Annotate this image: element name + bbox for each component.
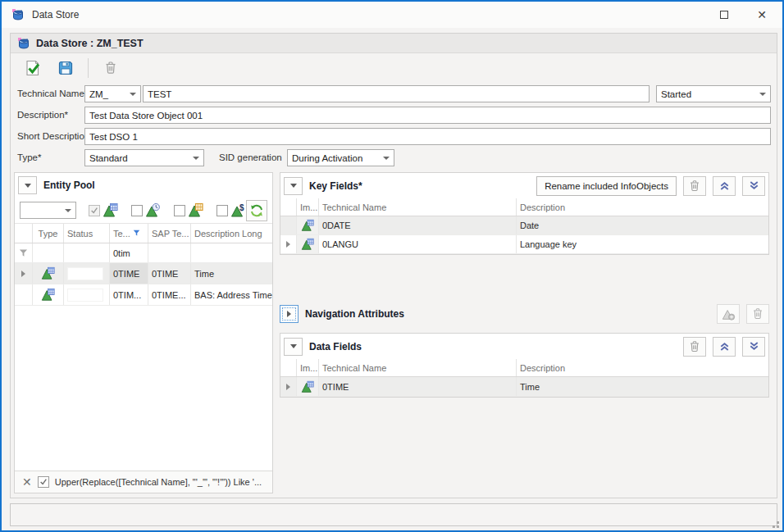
entity-pool-column-header: Type Status Te... SAP Te... Description … [15, 224, 272, 243]
key-fields-column-header: Im... Technical Name Description [280, 198, 768, 216]
column-header-technical-name[interactable]: Technical Name [319, 198, 517, 216]
data-fields-row-0time[interactable]: 0TIME Time [280, 377, 768, 397]
column-header-description[interactable]: Description [517, 198, 768, 216]
column-header-im[interactable]: Im... [297, 198, 319, 216]
resize-grip[interactable] [770, 519, 779, 528]
navigation-attributes-section: Navigation Attributes [280, 302, 769, 326]
data-fields-move-down-button[interactable] [742, 337, 765, 357]
chevron-down-icon [193, 157, 199, 160]
type-cell [33, 263, 64, 284]
clear-filter-icon[interactable]: ✕ [22, 476, 32, 488]
check-icon [90, 207, 98, 215]
close-icon: ✕ [757, 9, 767, 20]
data-fields-move-up-button[interactable] [713, 337, 736, 357]
row-indicator [280, 235, 297, 253]
row-indicator [280, 216, 297, 234]
status-cell [64, 284, 110, 305]
entity-pool-collapse-button[interactable] [18, 176, 37, 194]
unit-icon [188, 202, 203, 218]
entity-pool-filter-combo[interactable] [20, 202, 76, 219]
activate-button[interactable] [22, 57, 43, 79]
technical-name-label: Technical Name* [17, 85, 88, 102]
technical-name-cell[interactable]: 0DATE [319, 216, 517, 234]
delete-button[interactable] [100, 57, 121, 79]
data-fields-column-header: Im... Technical Name Description [280, 359, 768, 377]
key-fields-row-0langu[interactable]: 0LANGU Language key [280, 235, 768, 254]
key-fields-collapse-button[interactable] [284, 177, 303, 195]
column-header-sap-technical-name[interactable]: SAP Te... [148, 224, 191, 243]
column-header-im[interactable]: Im... [297, 359, 319, 376]
maximize-button[interactable] [705, 2, 743, 28]
filter-cell-technical-name[interactable]: 0tim [110, 243, 148, 262]
column-header-status[interactable]: Status [64, 224, 110, 243]
unit-checkbox[interactable] [174, 205, 185, 216]
navigation-attributes-expand-button[interactable] [280, 305, 299, 323]
row-focus-arrow-icon [286, 241, 290, 248]
technical-name-cell[interactable]: 0TIME [110, 263, 148, 284]
column-header-technical-name[interactable]: Te... [110, 224, 148, 243]
time-characteristic-checkbox[interactable] [131, 205, 143, 216]
add-navigation-attribute-button[interactable] [717, 304, 740, 324]
chevron-right-icon [287, 311, 291, 317]
data-fields-title: Data Fields [309, 341, 362, 352]
filter-enabled-checkbox[interactable] [38, 476, 49, 488]
key-fields-row-0date[interactable]: 0DATE Date [280, 216, 768, 235]
short-description-input[interactable] [84, 128, 771, 145]
technical-name-cell[interactable]: 0TIM... [110, 284, 148, 305]
key-fields-title: Key Fields* [309, 180, 362, 192]
filter-cell-status[interactable] [64, 243, 110, 262]
entity-pool-row-0time[interactable]: 0TIME 0TIME Time [15, 263, 272, 284]
entity-pool-panel: Entity Pool [14, 172, 273, 493]
technical-name-input[interactable] [143, 85, 650, 102]
check-icon [39, 478, 48, 486]
key-fields-panel: Key Fields* Rename included InfoObjects [280, 172, 769, 255]
technical-name-cell[interactable]: 0TIME [319, 377, 517, 396]
characteristic-icon [301, 380, 314, 393]
status-bar [67, 289, 103, 302]
description-cell: Language key [517, 235, 768, 253]
filter-cell-description-long[interactable] [191, 243, 272, 262]
infoobject-icon-cell [297, 377, 319, 396]
status-combo[interactable]: Started [656, 85, 771, 102]
trash-icon [688, 340, 701, 353]
entity-pool-row-0tim[interactable]: 0TIM... 0TIME... BAS: Address Time ... [15, 284, 272, 306]
filter-cell-sap-technical-name[interactable] [148, 243, 191, 262]
funnel-icon [19, 248, 28, 257]
close-button[interactable]: ✕ [743, 2, 781, 28]
type-cell [33, 284, 64, 305]
datastore-icon [17, 37, 30, 50]
entity-pool-header: Entity Pool [15, 173, 272, 198]
data-fields-delete-button[interactable] [683, 337, 706, 357]
entity-pool-filter-row[interactable]: 0tim [15, 243, 272, 263]
key-fields-delete-button[interactable] [683, 176, 706, 196]
key-fields-move-up-button[interactable] [713, 176, 736, 196]
characteristic-icon [41, 266, 55, 280]
key-figure-checkbox[interactable] [217, 205, 228, 216]
key-fields-move-down-button[interactable] [742, 176, 765, 196]
column-header-technical-name[interactable]: Technical Name [319, 359, 517, 376]
save-icon [57, 60, 74, 76]
sid-generation-combo[interactable]: During Activation [287, 149, 394, 166]
chevron-down-icon [290, 184, 297, 188]
column-header-description-long[interactable]: Description Long [191, 224, 272, 243]
navigation-attributes-delete-button[interactable] [746, 304, 769, 324]
technical-name-prefix-combo[interactable]: ZM_ [84, 85, 141, 102]
editor-frame: Data Store : ZM_TEST [10, 33, 777, 498]
row-indicator [15, 263, 33, 284]
data-fields-collapse-button[interactable] [284, 338, 303, 356]
rename-infoobjects-button[interactable]: Rename included InfoObjects [536, 176, 677, 196]
column-header-description[interactable]: Description [517, 359, 768, 376]
refresh-button[interactable] [246, 200, 267, 221]
save-button[interactable] [55, 57, 76, 79]
filter-cell-type[interactable] [33, 243, 64, 262]
column-header-type[interactable]: Type [33, 224, 64, 243]
filter-row-indicator [15, 243, 33, 262]
description-input[interactable] [84, 107, 771, 124]
chevron-down-icon [290, 344, 297, 348]
characteristic-checkbox[interactable] [89, 205, 100, 216]
technical-name-cell[interactable]: 0LANGU [319, 235, 517, 253]
data-store-window: Data Store ✕ Data Store : ZM_TEST [0, 0, 784, 532]
sap-technical-name-cell: 0TIME... [148, 284, 191, 305]
double-chevron-up-icon [718, 180, 731, 192]
type-combo[interactable]: Standard [84, 149, 204, 166]
